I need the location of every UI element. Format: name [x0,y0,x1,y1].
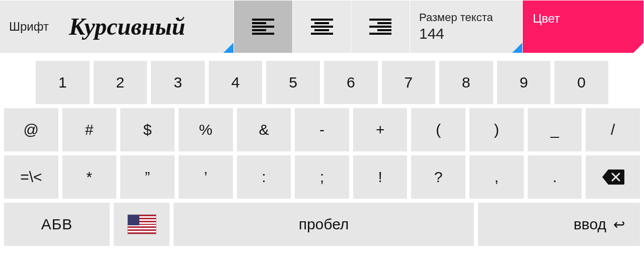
key-char[interactable]: # [62,108,117,151]
key-char[interactable]: 1 [36,61,90,104]
align-left-button[interactable] [234,1,292,53]
key-char[interactable]: ( [411,108,465,151]
key-char[interactable]: _ [528,108,582,151]
keyboard-row-1: 1234567890 [0,61,644,104]
keyboard-row-2: @#$%&-+()_/ [0,108,644,151]
font-name: Курсивный [69,15,185,39]
key-backspace[interactable] [586,155,640,199]
key-char[interactable]: ” [120,155,175,199]
key-char[interactable]: 5 [266,61,320,104]
format-toolbar: Шрифт Курсивный Размер текста 144 Цвет [0,0,644,53]
key-char[interactable]: 9 [497,61,551,104]
key-language[interactable] [114,203,170,246]
key-char[interactable]: : [237,155,291,199]
key-char[interactable]: 2 [94,61,147,104]
align-center-button[interactable] [293,1,351,53]
key-char[interactable]: - [295,108,349,151]
key-enter[interactable]: ввод ↩ [478,203,640,246]
key-char[interactable]: @ [4,108,58,151]
key-char[interactable]: / [586,108,640,151]
key-char[interactable]: ; [295,155,349,199]
key-char[interactable]: 6 [324,61,378,104]
text-color-label: Цвет [533,12,560,26]
key-char[interactable]: 7 [382,61,436,104]
align-right-icon [369,19,391,35]
align-right-button[interactable] [351,1,410,53]
key-char[interactable]: . [528,155,582,199]
text-size-label: Размер текста [419,11,493,24]
keyboard-row-3: =\< * ” ’ : ; ! ? , . [0,155,644,199]
enter-label: ввод [574,216,606,233]
key-space[interactable]: пробел [174,203,474,246]
text-size-value: 144 [419,25,444,42]
key-symbols-toggle[interactable]: =\< [4,155,58,199]
text-color-panel[interactable]: Цвет [523,1,643,53]
key-char[interactable]: ? [411,155,465,199]
keyboard-row-4: АБВ пробел ввод ↩ [0,203,644,246]
key-char[interactable]: * [62,155,117,199]
align-panel [234,1,410,53]
key-char[interactable]: , [469,155,524,199]
text-size-panel[interactable]: Размер текста 144 [410,1,522,53]
key-char[interactable]: ’ [179,155,233,199]
font-label: Шрифт [9,20,49,34]
align-left-icon [252,19,274,35]
on-screen-keyboard: 1234567890 @#$%&-+()_/ =\< * ” ’ : ; ! ?… [0,53,644,246]
key-letters-mode[interactable]: АБВ [4,203,110,246]
font-panel[interactable]: Шрифт Курсивный [0,1,233,53]
key-char[interactable]: 8 [439,61,493,104]
key-char[interactable]: 3 [151,61,205,104]
key-char[interactable]: & [237,108,291,151]
key-char[interactable]: ) [469,108,524,151]
key-char[interactable]: $ [120,108,175,151]
key-char[interactable]: % [179,108,233,151]
key-char[interactable]: 0 [554,61,608,104]
align-center-icon [311,19,333,35]
flag-us-icon [128,215,156,234]
key-char[interactable]: + [353,108,408,151]
backspace-icon [601,168,624,186]
key-char[interactable]: ! [353,155,408,199]
key-char[interactable]: 4 [209,61,263,104]
enter-icon: ↩ [613,216,625,233]
